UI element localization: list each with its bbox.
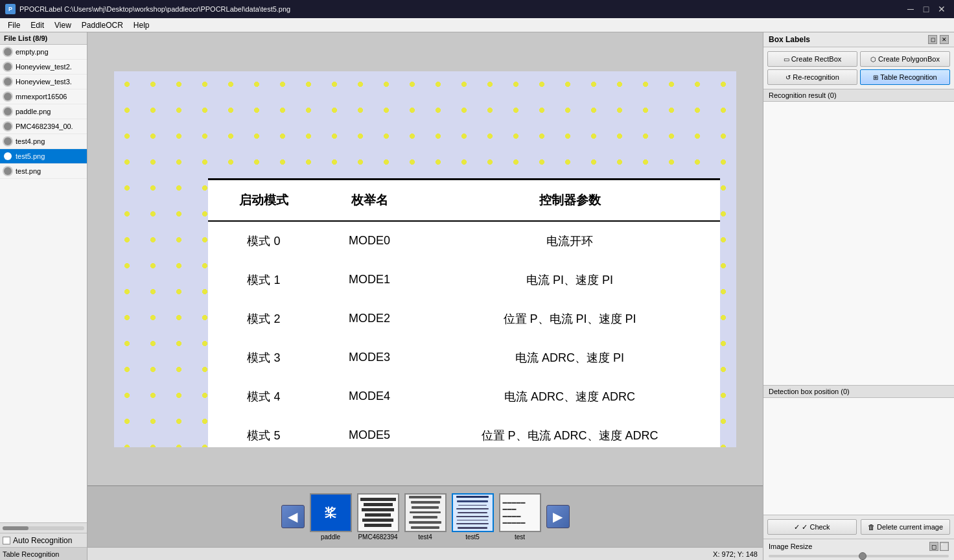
file-name-test5: test5.png [16, 152, 45, 160]
scrollbar-track [3, 526, 84, 530]
box-btn-row-1: ▭ Create RectBox ⬡ Create PolygonBox [767, 51, 950, 67]
table-cell: 电流 ADRC、速度 ADRC [419, 377, 720, 416]
file-item-empty[interactable]: empty.png [0, 45, 87, 60]
create-rect-label: Create RectBox [791, 55, 842, 63]
film-item-test[interactable]: ▬▬▬▬▬ ▬▬▬ ▬▬▬▬ ▬▬▬▬▬ test [499, 493, 541, 541]
file-item-paddle[interactable]: paddle.png [0, 104, 87, 119]
file-icon-pmc [3, 121, 13, 132]
film-thumb-test5 [452, 493, 494, 532]
image-resize-restore-button[interactable]: ◻ [929, 542, 938, 551]
file-item-honeyview3[interactable]: Honeyview_test3. [0, 75, 87, 89]
create-polygon-label: Create PolygonBox [878, 55, 940, 63]
check-label: ✓ Check [802, 523, 830, 531]
next-button[interactable]: ▶ [546, 505, 570, 528]
auto-recognition-label: Auto Recognition [13, 536, 72, 545]
table-recognition-bar: Table Recognition [0, 547, 87, 560]
refresh-icon: ↺ [785, 74, 791, 81]
file-item-test4[interactable]: test4.png [0, 134, 87, 149]
title-bar-left: P PPOCRLabel C:\Users\whj\Desktop\worksh… [5, 4, 290, 14]
delete-label: Delete current image [877, 523, 943, 531]
image-resize-expand-button[interactable]: ⬜ [940, 542, 949, 551]
table-header-row: 启动模式 枚举名 控制器参数 [208, 179, 720, 221]
rect-icon: ▭ [784, 56, 789, 63]
table-row: 模式 3 MODE3 电流 ADRC、速度 PI [208, 338, 720, 377]
film-item-paddle[interactable]: 桨 paddle [310, 493, 352, 541]
table-cell: 模式 3 [208, 338, 320, 377]
re-recognition-button[interactable]: ↺ Re-recognition [767, 69, 857, 85]
check-button[interactable]: ✓ ✓ Check [767, 519, 857, 535]
film-label-paddle: paddle [321, 533, 340, 541]
menu-bar: File Edit View PaddleOCR Help [0, 18, 954, 32]
file-name-paddle: paddle.png [16, 108, 51, 115]
film-item-pmc[interactable]: PMC4682394 [357, 493, 399, 541]
resize-slider-thumb [859, 552, 867, 560]
create-rect-box-button[interactable]: ▭ Create RectBox [767, 51, 857, 67]
film-label-test: test [515, 533, 525, 541]
canvas-main[interactable]: 启动模式 枚举名 控制器参数 模式 0 MODE0 电流开环 [87, 32, 763, 485]
film-label-test5: test5 [465, 533, 480, 541]
title-bar: P PPOCRLabel C:\Users\whj\Desktop\worksh… [0, 0, 954, 18]
table-cell: 电流开环 [419, 221, 720, 261]
horizontal-scrollbar[interactable] [0, 522, 87, 533]
file-item-test[interactable]: test.png [0, 164, 87, 179]
table-overlay: 启动模式 枚举名 控制器参数 模式 0 MODE0 电流开环 [208, 178, 720, 447]
menu-paddleocr[interactable]: PaddleOCR [76, 19, 128, 31]
detection-box-content [763, 398, 954, 515]
menu-view[interactable]: View [49, 19, 76, 31]
detection-section: Detection box position (0) [763, 385, 954, 515]
menu-edit[interactable]: Edit [25, 19, 49, 31]
file-name-test4: test4.png [16, 137, 45, 145]
recognition-result-content [763, 102, 954, 385]
file-list-panel: File List (8/9) empty.png Honeyview_test… [0, 32, 87, 560]
file-icon-paddle [3, 106, 13, 117]
table-cell: 位置 P、电流 ADRC、速度 ADRC [419, 416, 720, 447]
box-btn-row-2: ↺ Re-recognition ⊞ Table Recognition [767, 69, 950, 85]
table-cell: MODE0 [320, 221, 419, 261]
file-item-honeyview2[interactable]: Honeyview_test2. [0, 60, 87, 75]
col-header-startup: 启动模式 [208, 179, 320, 221]
file-item-pmc[interactable]: PMC4682394_00. [0, 119, 87, 134]
file-item-mmexport[interactable]: mmexport16506 [0, 89, 87, 104]
file-name-honeyview3: Honeyview_test3. [16, 78, 72, 86]
file-name-test: test.png [16, 167, 41, 175]
file-icon-test5 [3, 151, 13, 161]
close-button[interactable]: ✕ [935, 3, 949, 16]
menu-file[interactable]: File [3, 19, 25, 31]
col-header-controller: 控制器参数 [419, 179, 720, 221]
film-item-test5[interactable]: test5 [452, 493, 494, 541]
table-cell: MODE4 [320, 377, 419, 416]
table-recognition-button[interactable]: ⊞ Table Recognition [860, 69, 950, 85]
create-polygon-box-button[interactable]: ⬡ Create PolygonBox [860, 51, 950, 67]
file-name-empty: empty.png [16, 48, 49, 56]
table-cell: 模式 4 [208, 377, 320, 416]
table-cell: 模式 0 [208, 221, 320, 261]
table-row: 模式 4 MODE4 电流 ADRC、速度 ADRC [208, 377, 720, 416]
table-cell: 模式 5 [208, 416, 320, 447]
resize-slider-row [763, 554, 954, 560]
film-thumb-test4 [404, 493, 447, 532]
table-cell: MODE2 [320, 299, 419, 338]
re-recognition-label: Re-recognition [793, 73, 839, 81]
table-row: 模式 2 MODE2 位置 P、电流 PI、速度 PI [208, 299, 720, 338]
auto-recognition-checkbox[interactable] [3, 537, 10, 544]
delete-icon: 🗑 [868, 523, 875, 531]
bottom-buttons-section: ✓ ✓ Check 🗑 Delete current image [763, 515, 954, 539]
delete-current-image-button[interactable]: 🗑 Delete current image [861, 519, 950, 535]
file-icon-test [3, 166, 13, 176]
film-item-test4[interactable]: test4 [404, 493, 447, 541]
menu-help[interactable]: Help [128, 19, 155, 31]
panel-close-button[interactable]: ✕ [940, 35, 949, 44]
prev-button[interactable]: ◀ [281, 505, 305, 528]
window-title: PPOCRLabel C:\Users\whj\Desktop\workshop… [19, 5, 290, 13]
detection-box-header: Detection box position (0) [763, 386, 954, 398]
file-item-test5[interactable]: test5.png [0, 149, 87, 164]
table-cell: 位置 P、电流 PI、速度 PI [419, 299, 720, 338]
resize-slider[interactable] [769, 555, 949, 557]
file-icon-empty [3, 47, 13, 57]
table-cell: MODE3 [320, 338, 419, 377]
maximize-button[interactable]: □ [919, 3, 933, 16]
box-buttons-section: ▭ Create RectBox ⬡ Create PolygonBox ↺ R… [763, 47, 954, 89]
panel-restore-button[interactable]: ◻ [928, 35, 937, 44]
minimize-button[interactable]: ─ [903, 3, 918, 16]
coordinates-display: X: 972; Y: 148 [713, 550, 758, 558]
